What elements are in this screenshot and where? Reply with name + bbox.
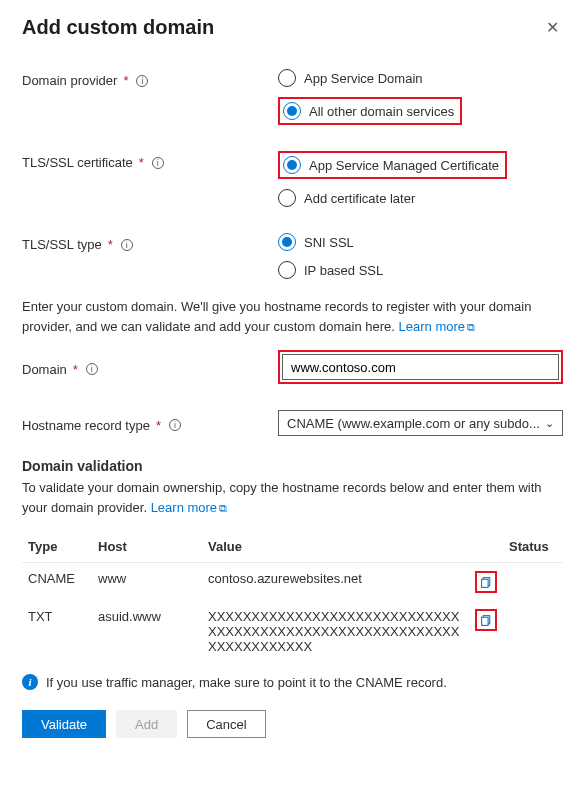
tls-type-label: TLS/SSL type* i [22,233,278,252]
radio-sni-ssl[interactable]: SNI SSL [278,233,563,251]
domain-description: Enter your custom domain. We'll give you… [22,297,563,336]
external-link-icon: ⧉ [467,319,475,336]
svg-rect-1 [481,579,488,587]
cancel-button[interactable]: Cancel [187,710,265,738]
validation-heading: Domain validation [22,458,563,474]
domain-input[interactable] [282,354,559,380]
th-status: Status [503,531,563,563]
radio-app-service-domain[interactable]: App Service Domain [278,69,563,87]
note-text: If you use traffic manager, make sure to… [46,675,447,690]
record-type-label: Hostname record type* i [22,414,278,433]
validation-table: Type Host Value Status CNAME www contoso… [22,531,563,662]
info-icon[interactable]: i [86,363,98,375]
page-title: Add custom domain [22,16,214,39]
radio-ip-ssl[interactable]: IP based SSL [278,261,563,279]
copy-icon [480,614,493,627]
th-type: Type [22,531,92,563]
learn-more-link[interactable]: Learn more⧉ [399,319,475,334]
copy-icon [480,576,493,589]
radio-managed-cert[interactable]: App Service Managed Certificate [283,156,499,174]
info-icon[interactable]: i [152,157,164,169]
external-link-icon: ⧉ [219,500,227,517]
info-icon[interactable]: i [169,419,181,431]
radio-cert-later[interactable]: Add certificate later [278,189,563,207]
learn-more-link[interactable]: Learn more⧉ [151,500,227,515]
copy-button[interactable] [475,609,497,631]
table-row: TXT asuid.www XXXXXXXXXXXXXXXXXXXXXXXXXX… [22,601,563,662]
tls-cert-label: TLS/SSL certificate* i [22,151,278,170]
add-button: Add [116,710,177,738]
info-icon[interactable]: i [136,75,148,87]
radio-all-other-domains[interactable]: All other domain services [283,102,454,120]
validation-text: To validate your domain ownership, copy … [22,478,563,517]
svg-rect-3 [481,617,488,625]
validate-button[interactable]: Validate [22,710,106,738]
chevron-down-icon: ⌄ [545,417,554,430]
th-host: Host [92,531,202,563]
table-row: CNAME www contoso.azurewebsites.net [22,563,563,602]
close-icon[interactable]: ✕ [542,14,563,41]
copy-button[interactable] [475,571,497,593]
record-type-select[interactable]: CNAME (www.example.com or any subdo... ⌄ [278,410,563,436]
domain-provider-label: Domain provider* i [22,69,278,88]
domain-label: Domain* i [22,358,278,377]
th-value: Value [202,531,469,563]
info-icon: i [22,674,38,690]
info-icon[interactable]: i [121,239,133,251]
th-copy [469,531,503,563]
